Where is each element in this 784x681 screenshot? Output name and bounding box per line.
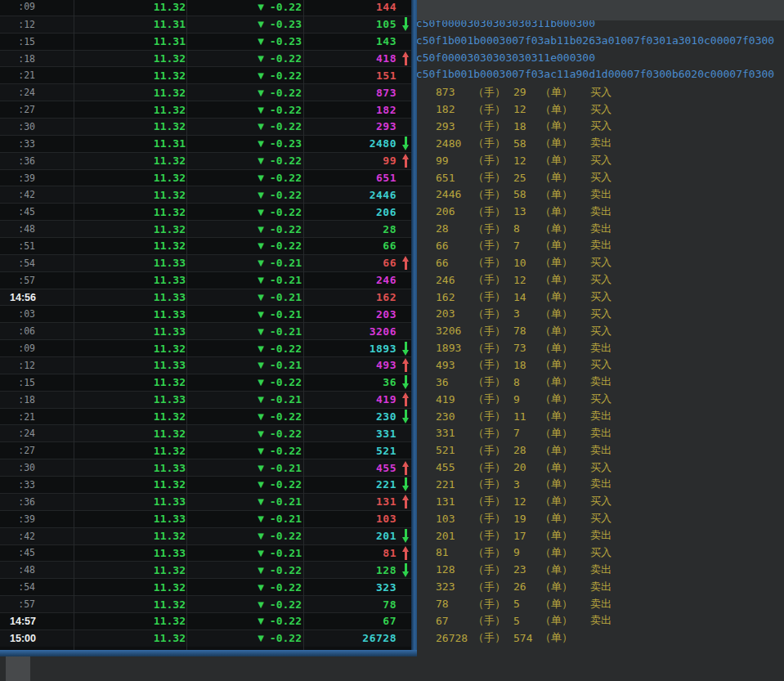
order-count: 3 [513, 478, 540, 491]
console-trade-row: 521（手）28（单）卖出 [410, 441, 612, 459]
down-arrow-icon [402, 17, 410, 31]
hand-unit-label: （手） [473, 426, 513, 441]
trade-volume: 455 [303, 462, 397, 474]
change-value: -0.22 [270, 52, 302, 65]
price-change: ▼-0.22 [186, 343, 303, 355]
trade-direction: 买入 [590, 255, 612, 270]
table-row[interactable]: :3311.32▼-0.22221 [0, 476, 411, 493]
table-row[interactable]: :2111.32▼-0.22230 [0, 408, 411, 425]
table-row[interactable]: :5111.32▼-0.2266 [0, 237, 411, 254]
trade-direction: 卖出 [590, 613, 612, 628]
table-row[interactable]: :5711.32▼-0.2278 [0, 595, 411, 612]
trade-price: 11.33 [74, 393, 186, 405]
down-triangle-icon: ▼ [258, 225, 264, 234]
up-arrow-icon [402, 392, 410, 406]
table-row[interactable]: :3911.33▼-0.21103 [0, 510, 411, 527]
trade-direction: 买入 [590, 545, 612, 560]
price-change: ▼-0.22 [186, 155, 303, 167]
hand-unit-label: （手） [473, 374, 513, 389]
order-unit-label: （单） [540, 545, 590, 560]
hand-unit-label: （手） [473, 597, 513, 612]
trade-price: 11.32 [74, 478, 186, 491]
hand-unit-label: （手） [473, 272, 513, 287]
table-row[interactable]: :1511.32▼-0.2236 [0, 374, 411, 391]
table-row[interactable]: :2711.32▼-0.22182 [0, 101, 411, 118]
trade-price: 11.33 [74, 359, 186, 371]
console-scrollbar-thumb[interactable] [6, 656, 30, 681]
change-value: -0.22 [270, 445, 302, 457]
up-arrow-icon [402, 358, 410, 372]
order-unit-label: （单） [540, 153, 590, 168]
trade-volume: 419 [303, 393, 397, 405]
trade-time: :12 [0, 19, 74, 30]
order-count: 12 [513, 495, 540, 508]
table-row[interactable]: :2411.32▼-0.22331 [0, 424, 411, 441]
order-unit-label: （单） [540, 392, 590, 406]
trade-time: :42 [0, 189, 74, 200]
table-row[interactable]: :1211.33▼-0.21493 [0, 356, 411, 374]
table-row[interactable]: :3011.33▼-0.21455 [0, 459, 411, 476]
table-row[interactable]: :2411.32▼-0.22873 [0, 83, 411, 101]
trade-volume: 521 [303, 445, 397, 457]
price-change: ▼-0.21 [186, 274, 303, 286]
table-row[interactable]: :1211.31▼-0.23105 [0, 16, 411, 33]
table-row[interactable]: :1811.32▼-0.22418 [0, 50, 411, 67]
table-row[interactable]: :2711.32▼-0.22521 [0, 441, 411, 459]
table-row[interactable]: :0611.33▼-0.213206 [0, 322, 411, 339]
trade-volume: 67 [436, 615, 473, 627]
table-row[interactable]: :1511.31▼-0.23143 [0, 33, 411, 50]
console-trade-row: 246（手）12（单）买入 [410, 271, 612, 289]
down-triangle-icon: ▼ [258, 190, 264, 199]
down-triangle-icon: ▼ [258, 480, 264, 489]
table-row[interactable]: 15:0011.32▼-0.2226728 [0, 629, 411, 647]
table-row[interactable]: :3011.32▼-0.22293 [0, 118, 411, 135]
trade-volume: 1893 [303, 343, 397, 355]
table-row[interactable]: :3311.31▼-0.232480 [0, 135, 411, 152]
table-row[interactable]: :0911.32▼-0.22144 [0, 0, 411, 16]
table-row[interactable]: :4811.32▼-0.22128 [0, 561, 411, 578]
table-row[interactable]: :3611.32▼-0.2299 [0, 152, 411, 169]
order-unit-label: （单） [540, 102, 590, 117]
table-row[interactable]: :1811.33▼-0.21419 [0, 391, 411, 408]
table-row[interactable]: 14:5611.33▼-0.21162 [0, 289, 411, 306]
trade-price: 11.33 [74, 291, 186, 303]
table-row[interactable]: :2111.32▼-0.22151 [0, 66, 411, 83]
table-row[interactable]: :4811.32▼-0.2228 [0, 220, 411, 237]
down-triangle-icon: ▼ [258, 600, 264, 609]
order-unit-label: （单） [540, 255, 590, 270]
trade-direction: 买入 [590, 511, 612, 526]
price-change: ▼-0.21 [186, 462, 303, 474]
arrow-cell [397, 410, 411, 423]
trade-price: 11.32 [74, 189, 186, 201]
trade-volume: 230 [436, 410, 473, 423]
change-value: -0.22 [270, 564, 302, 576]
trade-price: 11.32 [74, 69, 186, 82]
table-row[interactable]: :4211.32▼-0.222446 [0, 186, 411, 203]
table-row[interactable]: :3911.32▼-0.22651 [0, 169, 411, 186]
change-value: -0.22 [270, 478, 302, 491]
trade-direction: 买入 [590, 272, 612, 287]
trade-time: :33 [0, 138, 74, 150]
trade-time: :57 [0, 275, 74, 286]
table-row[interactable]: :4511.32▼-0.22206 [0, 203, 411, 220]
trade-direction: 买入 [590, 494, 612, 509]
hand-unit-label: （手） [473, 222, 513, 236]
order-unit-label: （单） [540, 136, 590, 150]
change-value: -0.23 [270, 137, 302, 150]
table-row[interactable]: :5411.33▼-0.2166 [0, 254, 411, 271]
price-change: ▼-0.22 [186, 598, 303, 611]
table-row[interactable]: :4511.33▼-0.2181 [0, 544, 411, 562]
up-arrow-icon [402, 495, 410, 509]
table-row[interactable]: :0911.32▼-0.221893 [0, 339, 411, 356]
trade-price: 11.32 [74, 52, 186, 65]
hand-unit-label: （手） [473, 477, 513, 491]
table-row[interactable]: 14:5711.32▼-0.2267 [0, 612, 411, 629]
trade-direction: 买入 [590, 119, 612, 133]
table-row[interactable]: :5411.32▼-0.22323 [0, 578, 411, 595]
hand-unit-label: （手） [473, 341, 513, 356]
table-row[interactable]: :3611.33▼-0.21131 [0, 493, 411, 510]
change-value: -0.23 [270, 18, 302, 30]
table-row[interactable]: :0311.33▼-0.21203 [0, 305, 411, 322]
table-row[interactable]: :5711.33▼-0.21246 [0, 271, 411, 289]
table-row[interactable]: :4211.32▼-0.22201 [0, 527, 411, 544]
